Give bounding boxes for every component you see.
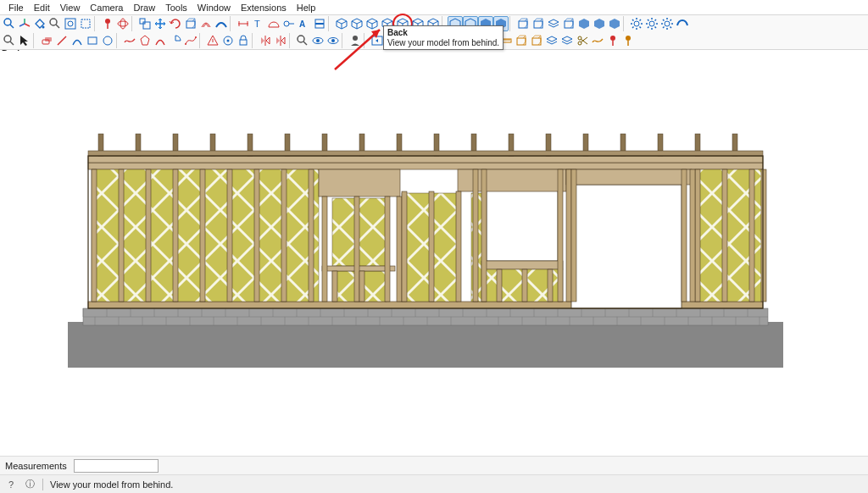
measurements-input[interactable] [74,459,159,473]
svg-rect-93 [571,185,682,308]
menu-camera[interactable]: Camera [85,2,128,14]
ext-scissors-icon[interactable] [575,33,590,48]
tooltip-title: Back [387,28,499,37]
ext-layer2-icon[interactable] [559,33,575,48]
tooltip-back-view: Back View your model from behind. [383,25,504,50]
solid2-icon[interactable] [592,16,607,31]
svg-rect-110 [722,169,727,302]
line-icon[interactable] [54,33,70,48]
menu-help[interactable]: Help [292,2,321,14]
eraser-icon[interactable] [39,33,54,48]
menu-window[interactable]: Window [192,2,236,14]
svg-rect-94 [319,169,400,197]
solid1-icon[interactable] [576,16,592,31]
pushpull-icon[interactable] [183,16,198,31]
box1-icon[interactable] [515,16,531,31]
3dtext-icon[interactable] [297,16,312,31]
layers-icon[interactable] [546,16,561,31]
flip2-icon[interactable] [273,33,288,48]
profile-icon[interactable] [348,33,363,48]
menu-file[interactable]: File [3,2,29,14]
magnify-icon[interactable] [2,16,17,31]
zoom-extents-icon[interactable] [63,16,78,31]
ext-layer-icon[interactable] [544,33,559,48]
svg-rect-125 [566,169,571,302]
lock-icon[interactable] [236,33,251,48]
axes-icon[interactable] [17,16,32,31]
ext-mark1-icon[interactable] [605,33,620,48]
svg-rect-128 [548,269,553,302]
ext-curve-icon[interactable] [590,33,605,48]
top-view-icon[interactable] [349,16,364,31]
svg-rect-123 [481,169,487,302]
target-icon[interactable] [220,33,236,48]
gear1-icon[interactable] [629,16,644,31]
orbit-icon[interactable] [115,16,131,31]
svg-rect-120 [429,191,434,302]
iso-view-icon[interactable] [334,16,349,31]
measurements-label: Measurements [5,461,67,471]
scale-icon[interactable] [137,16,153,31]
freehand-icon[interactable] [122,33,137,48]
gear2-icon[interactable] [644,16,659,31]
menu-bar: File Edit View Camera Draw Tools Window … [0,0,868,15]
offset-icon[interactable] [198,16,214,31]
protractor-icon[interactable] [266,16,281,31]
menu-tools[interactable]: Tools [160,2,192,14]
axis-red-icon[interactable] [100,16,115,31]
rotate-icon[interactable] [168,16,183,31]
section-icon[interactable] [312,16,327,31]
model-back-elevation [68,125,783,368]
svg-rect-129 [571,169,576,302]
tool-zoom-icon[interactable] [295,33,310,48]
svg-rect-100 [92,169,97,302]
entity-info-icon[interactable] [561,16,576,31]
circle-icon[interactable] [100,33,115,48]
solid3-icon[interactable] [607,16,622,31]
text-icon[interactable] [251,16,266,31]
select-icon[interactable] [17,33,32,48]
arc-icon[interactable] [70,33,85,48]
ext-box2-icon[interactable] [529,33,544,48]
front-view-icon[interactable] [364,16,380,31]
polygon-icon[interactable] [137,33,153,48]
info-icon[interactable]: ⓘ [24,479,36,490]
svg-rect-126 [497,269,502,302]
warn-icon[interactable] [205,33,220,48]
help-icon[interactable]: ? [5,479,17,490]
2pt-arc-icon[interactable] [153,33,168,48]
svg-rect-92 [487,185,558,261]
bezier-icon[interactable] [183,33,198,48]
extension-icon[interactable] [675,16,690,31]
followme-icon[interactable] [214,16,229,31]
svg-rect-107 [281,169,287,302]
menu-view[interactable]: View [55,2,86,14]
look-icon[interactable] [326,33,341,48]
rect-icon[interactable] [85,33,100,48]
ext-mark2-icon[interactable] [620,33,636,48]
svg-rect-108 [309,169,314,302]
svg-rect-104 [200,169,205,302]
zoom-icon[interactable] [2,33,17,48]
paint-icon[interactable] [32,16,47,31]
box2-icon[interactable] [531,16,546,31]
flip1-icon[interactable] [258,33,273,48]
menu-edit[interactable]: Edit [29,2,55,14]
move-icon[interactable] [153,16,168,31]
svg-rect-112 [761,169,766,302]
walk-icon[interactable] [310,33,326,48]
dim-icon[interactable] [236,16,251,31]
svg-rect-113 [322,197,327,302]
search-icon[interactable] [47,16,63,31]
viewport[interactable] [0,51,868,456]
menu-draw[interactable]: Draw [128,2,160,14]
gear3-icon[interactable] [659,16,675,31]
tape-icon[interactable] [281,16,297,31]
zoom-window-icon[interactable] [78,16,93,31]
svg-rect-121 [456,191,461,302]
pie-icon[interactable] [168,33,183,48]
ext-box-icon[interactable] [514,33,529,48]
svg-rect-131 [690,169,695,302]
menu-extensions[interactable]: Extensions [236,2,292,14]
svg-rect-111 [749,169,754,302]
